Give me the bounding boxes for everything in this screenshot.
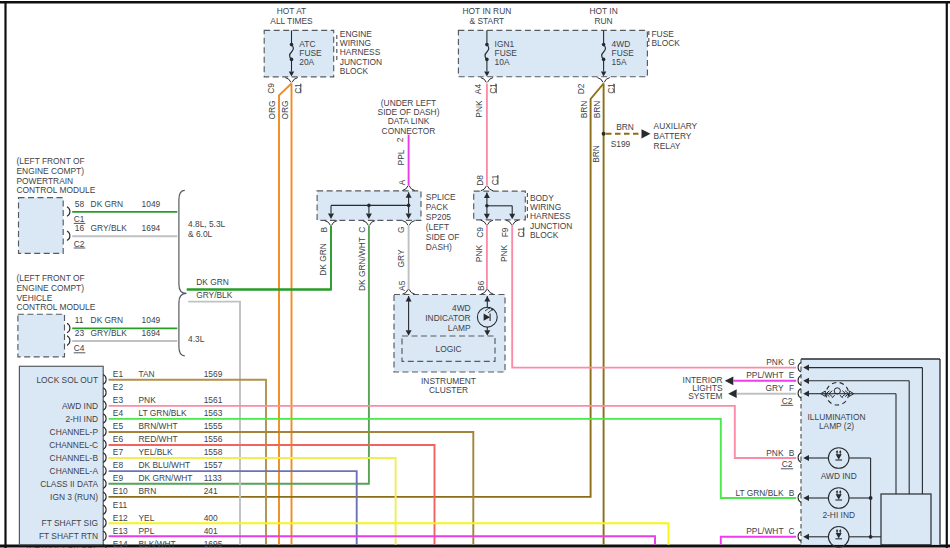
svg-text:E9: E9 [113,473,124,483]
svg-text:LOCK SOL OUT: LOCK SOL OUT [36,375,98,385]
svg-text:C4: C4 [74,343,85,353]
svg-text:G: G [788,357,795,367]
svg-text:16: 16 [75,223,85,233]
svg-text:F: F [789,383,794,393]
svg-text:HOT AT: HOT AT [277,6,306,16]
svg-text:RUN: RUN [595,16,613,26]
svg-text:DK GRN/WHT: DK GRN/WHT [139,473,193,483]
svg-text:E4: E4 [113,408,124,418]
svg-text:1049: 1049 [142,199,161,209]
svg-text:LOGIC: LOGIC [435,344,461,354]
svg-text:GRY/BLK: GRY/BLK [91,328,128,338]
svg-text:ENGINE COMPT): ENGINE COMPT) [17,166,85,176]
svg-text:2-HI IND: 2-HI IND [65,414,98,424]
svg-text:LT GRN/BLK: LT GRN/BLK [735,488,784,498]
svg-text:A5: A5 [397,280,407,291]
svg-text:DK GRN: DK GRN [91,199,124,209]
svg-text:C9: C9 [266,83,276,94]
svg-text:4.3L: 4.3L [188,334,205,344]
svg-text:POWERTRAIN: POWERTRAIN [17,176,74,186]
svg-text:401: 401 [204,526,218,536]
svg-text:E7: E7 [113,447,124,457]
svg-text:C: C [357,227,367,233]
svg-text:B: B [789,448,795,458]
svg-text:PNK: PNK [474,244,484,262]
svg-text:C9: C9 [475,227,485,238]
svg-text:PPL/WHT: PPL/WHT [746,526,783,536]
svg-text:DK GRN: DK GRN [196,277,229,287]
svg-text:B: B [789,488,795,498]
svg-text:4WD: 4WD [452,303,471,313]
svg-text:PNK: PNK [139,395,157,405]
svg-text:PNK: PNK [474,100,484,118]
svg-text:CLUSTER: CLUSTER [429,385,468,395]
svg-text:400: 400 [204,513,218,523]
svg-text:10A: 10A [495,57,510,67]
svg-text:C: C [788,526,794,536]
svg-text:1557: 1557 [204,460,223,470]
svg-text:BRN/WHT: BRN/WHT [139,421,178,431]
svg-text:BLOCK: BLOCK [340,66,369,76]
svg-text:DK GRN: DK GRN [318,243,328,276]
svg-text:F9: F9 [500,227,510,237]
svg-text:BLOCK: BLOCK [530,230,559,240]
svg-text:SIDE OF: SIDE OF [426,232,460,242]
svg-text:C2: C2 [782,396,793,406]
svg-text:C2: C2 [74,239,85,249]
svg-text:FT SHAFT SIG: FT SHAFT SIG [42,518,98,528]
svg-text:YEL/BLK: YEL/BLK [139,447,173,457]
svg-text:15A: 15A [612,57,627,67]
svg-text:DK GRN/WHT: DK GRN/WHT [357,237,367,291]
svg-text:1563: 1563 [204,408,223,418]
svg-text:IGN 3 (RUN): IGN 3 (RUN) [50,492,98,502]
svg-text:FT SHAFT RTN: FT SHAFT RTN [39,531,98,541]
svg-text:BRN: BRN [616,122,634,132]
svg-text:GRY: GRY [396,249,406,267]
svg-text:PPL: PPL [396,149,406,165]
svg-text:1049: 1049 [142,315,161,325]
svg-text:241: 241 [204,486,218,496]
svg-text:DK GRN: DK GRN [91,315,124,325]
svg-text:YEL: YEL [139,513,155,523]
svg-text:E10: E10 [113,486,128,496]
svg-text:1555: 1555 [204,421,223,431]
svg-text:(LEFT FRONT OF: (LEFT FRONT OF [17,273,85,283]
svg-text:LT GRN/BLK: LT GRN/BLK [139,408,188,418]
svg-text:RELAY: RELAY [654,141,681,151]
svg-text:FUSE: FUSE [652,29,675,39]
svg-text:HOT IN: HOT IN [589,6,617,16]
svg-text:ORG: ORG [280,100,290,119]
svg-text:C2: C2 [782,459,793,469]
svg-text:G: G [396,227,406,234]
svg-text:PACK: PACK [426,202,449,212]
svg-text:SPLICE: SPLICE [426,192,456,202]
svg-text:20A: 20A [299,57,314,67]
svg-text:LAMP (2): LAMP (2) [819,421,854,431]
svg-text:BRN: BRN [139,486,157,496]
svg-text:E1: E1 [113,369,124,379]
svg-text:(LEFT FRONT OF: (LEFT FRONT OF [17,156,85,166]
svg-text:CONTROL MODULE: CONTROL MODULE [17,302,96,312]
svg-text:DASH): DASH) [426,242,452,252]
svg-text:DK BLU/WHT: DK BLU/WHT [139,460,191,470]
svg-text:INDICATOR: INDICATOR [425,313,470,323]
svg-text:23: 23 [75,328,85,338]
svg-text:CONNECTOR: CONNECTOR [382,126,436,136]
svg-text:GRY/BLK: GRY/BLK [196,290,233,300]
svg-text:LAMP: LAMP [448,323,471,333]
svg-text:VEHICLE: VEHICLE [17,293,53,303]
svg-text:GRY: GRY [766,383,784,393]
svg-text:ALL TIMES: ALL TIMES [270,16,313,26]
svg-text:CHANNEL-P: CHANNEL-P [50,427,99,437]
svg-text:E12: E12 [113,513,128,523]
svg-text:D2: D2 [576,83,586,94]
svg-text:AUXILIARY: AUXILIARY [654,121,698,131]
svg-text:PPL: PPL [139,526,155,536]
svg-text:1561: 1561 [204,395,223,405]
svg-text:BLK/WHT: BLK/WHT [139,539,176,548]
svg-text:E3: E3 [113,395,124,405]
svg-text:BRN: BRN [591,145,601,163]
svg-text:E5: E5 [113,421,124,431]
svg-text:2-HI IND: 2-HI IND [822,510,855,520]
svg-text:(LEFT: (LEFT [426,222,449,232]
